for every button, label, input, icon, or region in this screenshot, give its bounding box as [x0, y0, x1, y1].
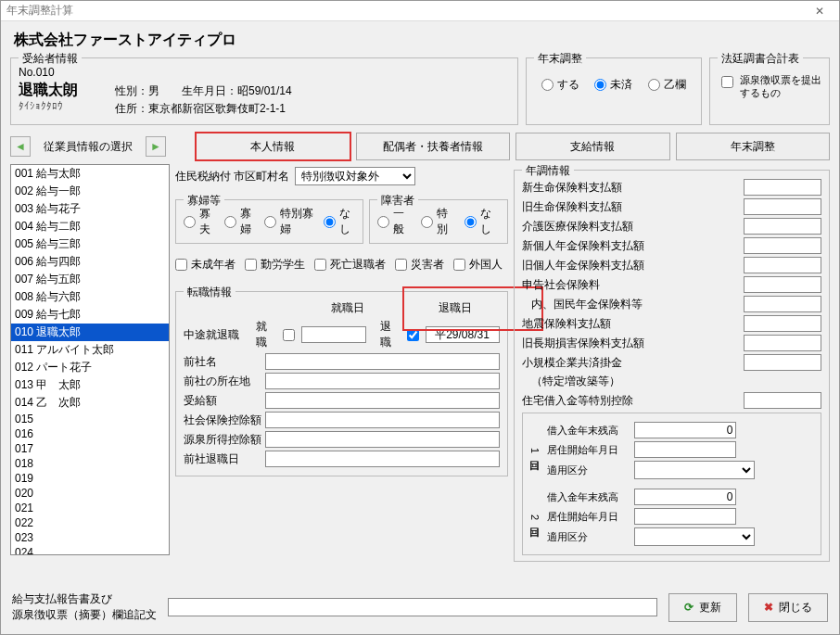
social-deduct-input[interactable] — [265, 412, 500, 428]
list-item[interactable]: 010 退職太郎 — [11, 324, 169, 341]
recipient-fieldset: 受給者情報 No.010 退職太朗 ﾀｲｼｮｸﾀﾛｳ 性別：男 生年月日：昭59… — [10, 57, 518, 125]
list-item[interactable]: 005 給与三郎 — [11, 235, 169, 253]
prev-company-input[interactable] — [265, 353, 500, 370]
list-item[interactable]: 014 乙 次郎 — [11, 394, 169, 412]
transfer-fieldset: 転職情報 就職日 退職日 中途就退職 就職 退職 — [175, 291, 508, 476]
close-button-icon: ✖ — [764, 601, 773, 614]
radio-do[interactable]: する — [541, 77, 579, 93]
tab-spouse[interactable]: 配偶者・扶養者情報 — [356, 133, 511, 160]
refresh-icon: ⟳ — [684, 601, 694, 614]
list-item[interactable]: 013 甲 太郎 — [11, 376, 169, 394]
window-title: 年末調整計算 — [6, 3, 806, 19]
adj-info-fieldset: 年調情報 新生命保険料支払額旧生命保険料支払額介護医療保険料支払額新個人年金保険… — [514, 170, 830, 562]
tab-self[interactable]: 本人情報 — [196, 133, 350, 160]
update-button[interactable]: ⟳更新 — [668, 593, 737, 622]
list-item[interactable]: 015 — [11, 412, 169, 426]
list-item[interactable]: 023 — [11, 530, 169, 545]
list-item[interactable]: 002 給与一郎 — [11, 183, 169, 200]
yearend-adj-fieldset: 年末調整 する 未済 乙欄 — [526, 57, 702, 125]
legal-docs-fieldset: 法廷調書合計表 源泉徴収票を提出するもの — [709, 57, 830, 125]
radio-pending[interactable]: 未済 — [594, 77, 632, 93]
list-item[interactable]: 018 — [11, 456, 169, 471]
list-item[interactable]: 011 アルバイト太郎 — [11, 341, 169, 359]
submit-withholding-checkbox[interactable] — [721, 76, 733, 88]
hire-checkbox[interactable] — [283, 329, 295, 341]
list-item[interactable]: 017 — [11, 441, 169, 456]
tab-yearend[interactable]: 年末調整 — [676, 133, 831, 160]
list-item[interactable]: 008 給与六郎 — [11, 288, 169, 306]
employee-list[interactable]: 001 給与太郎002 給与一郎003 給与花子004 給与二郎005 給与三郎… — [10, 164, 170, 555]
tab-payment[interactable]: 支給情報 — [515, 133, 670, 160]
list-item[interactable]: 004 給与二郎 — [11, 218, 169, 235]
list-item[interactable]: 006 給与四郎 — [11, 253, 169, 271]
window: 年末調整計算 ✕ 株式会社ファーストアイティプロ 受給者情報 No.010 退職… — [0, 0, 840, 635]
close-button[interactable]: ✖閉じる — [748, 593, 828, 622]
list-item[interactable]: 022 — [11, 515, 169, 530]
company-name: 株式会社ファーストアイティプロ — [1, 21, 839, 54]
report-remarks-input[interactable] — [168, 598, 657, 616]
list-item[interactable]: 021 — [11, 501, 169, 515]
prev-retire-date-input[interactable] — [265, 451, 500, 467]
list-item[interactable]: 009 給与七郎 — [11, 306, 169, 324]
radio-otsu[interactable]: 乙欄 — [648, 77, 686, 93]
list-item[interactable]: 003 給与花子 — [11, 200, 169, 218]
titlebar: 年末調整計算 ✕ — [1, 1, 839, 21]
retire-checkbox[interactable] — [407, 329, 419, 341]
list-item[interactable]: 020 — [11, 486, 169, 501]
list-item[interactable]: 007 給与五郎 — [11, 271, 169, 288]
disability-fieldset: 障害者 一般 特別 なし — [369, 199, 508, 244]
list-item[interactable]: 024 — [11, 545, 169, 555]
received-input[interactable] — [265, 392, 500, 409]
widow-fieldset: 寡婦等 寡夫 寡婦 特別寡婦 なし — [175, 199, 363, 244]
retire-date-input[interactable] — [426, 326, 500, 343]
municipal-select[interactable]: 特別徴収対象外 — [295, 167, 415, 185]
hire-date-input[interactable] — [301, 326, 366, 343]
prev-employee-button[interactable]: ◄ — [10, 136, 31, 157]
next-employee-button[interactable]: ► — [146, 136, 166, 157]
list-item[interactable]: 016 — [11, 426, 169, 441]
list-item[interactable]: 012 パート花子 — [11, 359, 169, 376]
close-icon[interactable]: ✕ — [806, 5, 834, 18]
recipient-name: 退職太朗 — [19, 81, 78, 100]
list-item[interactable]: 019 — [11, 471, 169, 486]
list-item[interactable]: 001 給与太郎 — [11, 165, 169, 183]
withholding-input[interactable] — [265, 431, 500, 448]
prev-addr-input[interactable] — [265, 373, 500, 389]
